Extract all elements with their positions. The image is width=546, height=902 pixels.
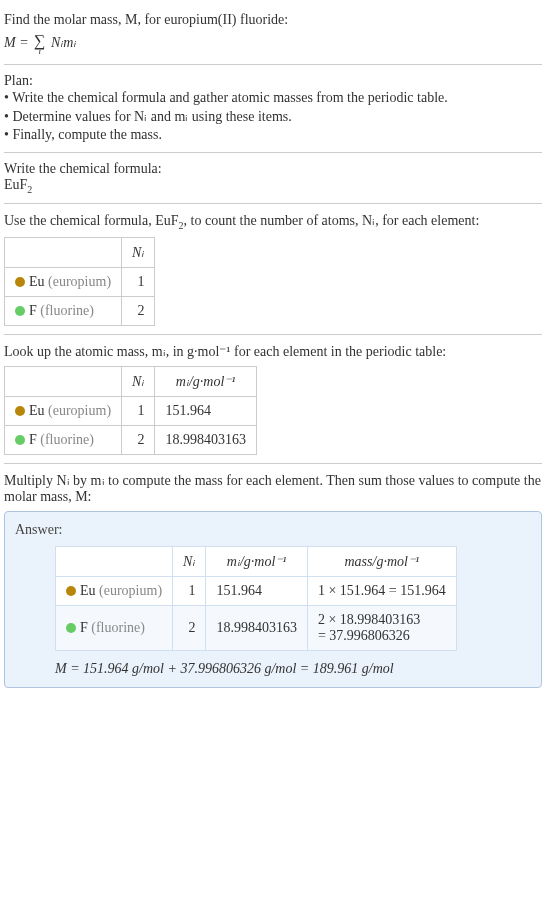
count-heading-a: Use the chemical formula, EuF [4,213,179,228]
mass-value: 2 × 18.998403163 = 37.996806326 [307,605,456,650]
answer-table: Nᵢ mᵢ/g·mol⁻¹ mass/g·mol⁻¹ Eu (europium)… [55,546,457,651]
element-name: (fluorine) [91,620,145,635]
f-dot-icon [66,623,76,633]
formula-lhs: M = [4,35,32,50]
ni-value: 1 [122,396,155,425]
element-symbol: F [80,620,91,635]
element-cell: Eu (europium) [56,576,173,605]
ni-value: 2 [173,605,206,650]
intro-title: Find the molar mass, M, for europium(II)… [4,12,542,28]
mi-value: 18.998403163 [206,605,308,650]
molar-mass-formula: M = ∑i Nᵢmᵢ [4,32,542,56]
ni-header: Nᵢ [173,546,206,576]
mass-value: 1 × 151.964 = 151.964 [307,576,456,605]
table-header-row: Nᵢ [5,237,155,267]
mi-value: 18.998403163 [155,425,257,454]
ni-value: 1 [122,267,155,296]
ni-value: 2 [122,296,155,325]
ni-value: 2 [122,425,155,454]
table-row: Eu (europium) 1 151.964 1 × 151.964 = 15… [56,576,457,605]
lookup-table: Nᵢ mᵢ/g·mol⁻¹ Eu (europium) 1 151.964 F … [4,366,257,455]
table-header-row: Nᵢ mᵢ/g·mol⁻¹ [5,366,257,396]
lookup-heading: Look up the atomic mass, mᵢ, in g·mol⁻¹ … [4,343,542,360]
element-name: (fluorine) [40,432,94,447]
mi-header: mᵢ/g·mol⁻¹ [206,546,308,576]
table-row: F (fluorine) 2 18.998403163 2 × 18.99840… [56,605,457,650]
element-symbol: Eu [80,583,99,598]
element-name: (europium) [99,583,162,598]
answer-label: Answer: [15,522,531,538]
element-symbol: Eu [29,403,48,418]
ni-value: 1 [173,576,206,605]
mass-line-a: 2 × 18.998403163 [318,612,446,628]
intro-section: Find the molar mass, M, for europium(II)… [4,4,542,65]
count-heading-b: , to count the number of atoms, Nᵢ, for … [184,213,480,228]
plan-item: • Determine values for Nᵢ and mᵢ using t… [4,107,542,126]
element-cell: Eu (europium) [5,396,122,425]
lookup-section: Look up the atomic mass, mᵢ, in g·mol⁻¹ … [4,335,542,464]
element-cell: F (fluorine) [5,425,122,454]
answer-box: Answer: Nᵢ mᵢ/g·mol⁻¹ mass/g·mol⁻¹ Eu (e… [4,511,542,688]
eu-dot-icon [66,586,76,596]
count-table: Nᵢ Eu (europium) 1 F (fluorine) 2 [4,237,155,326]
mi-value: 151.964 [206,576,308,605]
plan-section: Plan: • Write the chemical formula and g… [4,65,542,153]
empty-header [56,546,173,576]
sigma-sum: ∑i [34,32,45,56]
table-row: F (fluorine) 2 18.998403163 [5,425,257,454]
eu-dot-icon [15,406,25,416]
table-row: Eu (europium) 1 151.964 [5,396,257,425]
eu-dot-icon [15,277,25,287]
mass-line-b: = 37.996806326 [318,628,446,644]
table-row: Eu (europium) 1 [5,267,155,296]
multiply-section: Multiply Nᵢ by mᵢ to compute the mass fo… [4,464,542,696]
plan-item: • Finally, compute the mass. [4,126,542,144]
element-name: (fluorine) [40,303,94,318]
element-cell: F (fluorine) [5,296,122,325]
element-cell: Eu (europium) [5,267,122,296]
f-dot-icon [15,306,25,316]
plan-list: • Write the chemical formula and gather … [4,89,542,144]
f-dot-icon [15,435,25,445]
multiply-heading: Multiply Nᵢ by mᵢ to compute the mass fo… [4,472,542,505]
element-cell: F (fluorine) [56,605,173,650]
table-header-row: Nᵢ mᵢ/g·mol⁻¹ mass/g·mol⁻¹ [56,546,457,576]
mi-value: 151.964 [155,396,257,425]
mi-header: mᵢ/g·mol⁻¹ [155,366,257,396]
empty-header [5,237,122,267]
formula-subscript: 2 [27,184,32,195]
element-symbol: F [29,303,40,318]
element-symbol: Eu [29,274,48,289]
formula-rhs: Nᵢmᵢ [48,35,77,50]
count-heading: Use the chemical formula, EuF2, to count… [4,212,542,231]
ni-header: Nᵢ [122,237,155,267]
element-symbol: F [29,432,40,447]
formula-base: EuF [4,177,27,192]
plan-item: • Write the chemical formula and gather … [4,89,542,107]
element-name: (europium) [48,403,111,418]
final-equation: M = 151.964 g/mol + 37.996806326 g/mol =… [55,661,531,677]
chemical-formula-section: Write the chemical formula: EuF2 [4,153,542,204]
chemical-heading: Write the chemical formula: [4,161,542,177]
element-name: (europium) [48,274,111,289]
plan-heading: Plan: [4,73,542,89]
empty-header [5,366,122,396]
table-row: F (fluorine) 2 [5,296,155,325]
ni-header: Nᵢ [122,366,155,396]
mass-header: mass/g·mol⁻¹ [307,546,456,576]
count-section: Use the chemical formula, EuF2, to count… [4,204,542,335]
chemical-formula: EuF2 [4,177,542,195]
